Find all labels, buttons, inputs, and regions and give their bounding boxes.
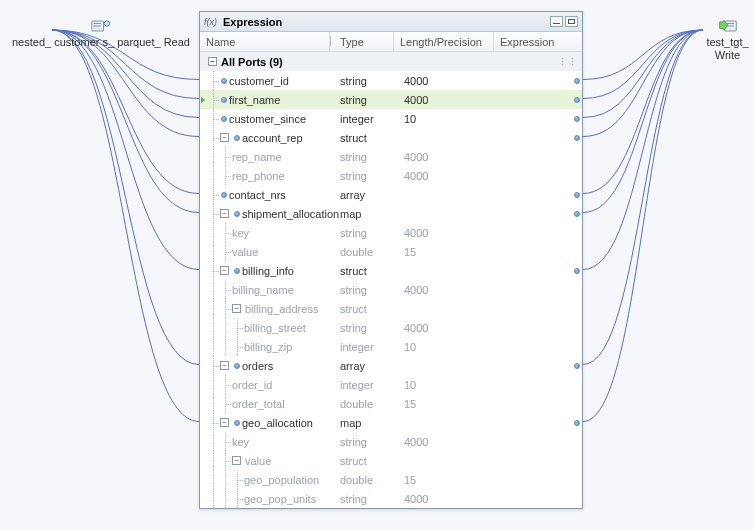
port-name: orders [242,360,273,372]
input-port-icon[interactable] [234,363,240,369]
target-icon [718,18,738,34]
input-port-icon[interactable] [234,211,240,217]
input-port-icon[interactable] [221,78,227,84]
output-port-icon[interactable] [574,78,580,84]
port-type: map [334,417,398,429]
port-length: 4000 [398,170,498,182]
port-row[interactable]: −billing_infostruct [200,261,582,280]
col-type-header[interactable]: Type [334,32,394,51]
col-expression-header[interactable]: Expression [494,32,582,51]
source-node-label: nested_ customer s_ parquet_ Read [12,36,190,49]
port-name: customer_id [229,75,289,87]
port-type: struct [334,303,398,315]
grip-icon: ⋮⋮ [558,57,578,67]
output-port-icon[interactable] [574,268,580,274]
port-type: string [334,493,398,505]
output-port-icon[interactable] [574,97,580,103]
port-row[interactable]: rep_phonestring4000 [200,166,582,185]
collapse-toggle[interactable]: − [208,57,217,66]
port-name: key [232,227,249,239]
port-type: array [334,189,398,201]
port-row[interactable]: keystring4000 [200,223,582,242]
port-row[interactable]: −billing_addressstruct [200,299,582,318]
port-length: 10 [398,113,498,125]
col-length-header[interactable]: Length/Precision [394,32,494,51]
output-port-icon[interactable] [574,192,580,198]
port-row[interactable]: billing_streetstring4000 [200,318,582,337]
column-header-row: Name Type Length/Precision Expression [200,32,582,52]
output-port-icon[interactable] [574,363,580,369]
port-length: 4000 [398,493,498,505]
port-type: string [334,151,398,163]
port-length: 15 [398,398,498,410]
port-row[interactable]: geo_pop_unitsstring4000 [200,489,582,508]
panel-title: Expression [223,16,550,28]
port-row[interactable]: billing_zipinteger10 [200,337,582,356]
port-length: 4000 [398,227,498,239]
input-port-icon[interactable] [234,268,240,274]
output-port-icon[interactable] [574,135,580,141]
row-current-indicator-icon [201,97,205,103]
source-node[interactable]: nested_ customer s_ parquet_ Read [12,18,190,49]
port-name: geo_allocation [242,417,313,429]
expand-toggle[interactable]: − [220,209,229,218]
port-name: contact_nrs [229,189,286,201]
expand-toggle[interactable]: − [232,456,241,465]
port-length: 10 [398,341,498,353]
port-type: double [334,398,398,410]
minimize-button[interactable] [550,16,563,27]
port-row[interactable]: keystring4000 [200,432,582,451]
port-row[interactable]: rep_namestring4000 [200,147,582,166]
port-type: struct [334,132,398,144]
port-name: first_name [229,94,280,106]
all-ports-row[interactable]: − All Ports (9) ⋮⋮ [200,52,582,71]
expand-toggle[interactable]: − [220,266,229,275]
input-port-icon[interactable] [221,97,227,103]
port-row[interactable]: valuedouble15 [200,242,582,261]
port-name: billing_street [244,322,306,334]
input-port-icon[interactable] [221,192,227,198]
port-row[interactable]: billing_namestring4000 [200,280,582,299]
port-type: integer [334,341,398,353]
expand-toggle[interactable]: − [232,304,241,313]
port-type: double [334,474,398,486]
port-row[interactable]: −geo_allocationmap [200,413,582,432]
port-length: 15 [398,474,498,486]
port-name: shipment_allocation [242,208,339,220]
maximize-button[interactable] [565,16,578,27]
expand-toggle[interactable]: − [220,418,229,427]
fx-icon: f(x) [204,17,217,27]
port-row[interactable]: −account_repstruct [200,128,582,147]
port-name: billing_address [245,303,318,315]
port-row[interactable]: customer_sinceinteger10 [200,109,582,128]
target-node[interactable]: test_tgt_ Write [701,18,754,62]
output-port-icon[interactable] [574,116,580,122]
input-port-icon[interactable] [234,135,240,141]
port-row[interactable]: order_idinteger10 [200,375,582,394]
port-row[interactable]: first_namestring4000 [200,90,582,109]
port-type: map [334,208,398,220]
rows-container: − All Ports (9) ⋮⋮ customer_idstring4000… [200,52,582,508]
output-port-icon[interactable] [574,420,580,426]
input-port-icon[interactable] [234,420,240,426]
panel-header[interactable]: f(x) Expression [200,12,582,32]
col-name-header[interactable]: Name [200,32,330,51]
input-port-icon[interactable] [221,116,227,122]
port-name: rep_phone [232,170,285,182]
port-row[interactable]: order_totaldouble15 [200,394,582,413]
port-type: integer [334,379,398,391]
output-port-icon[interactable] [574,211,580,217]
port-row[interactable]: geo_populationdouble15 [200,470,582,489]
port-row[interactable]: contact_nrsarray [200,185,582,204]
port-length: 10 [398,379,498,391]
port-name: order_id [232,379,272,391]
port-type: string [334,170,398,182]
port-row[interactable]: customer_idstring4000 [200,71,582,90]
expand-toggle[interactable]: − [220,361,229,370]
port-row[interactable]: −shipment_allocationmap [200,204,582,223]
expand-toggle[interactable]: − [220,133,229,142]
port-row[interactable]: −valuestruct [200,451,582,470]
port-type: string [334,284,398,296]
port-row[interactable]: −ordersarray [200,356,582,375]
port-name: customer_since [229,113,306,125]
